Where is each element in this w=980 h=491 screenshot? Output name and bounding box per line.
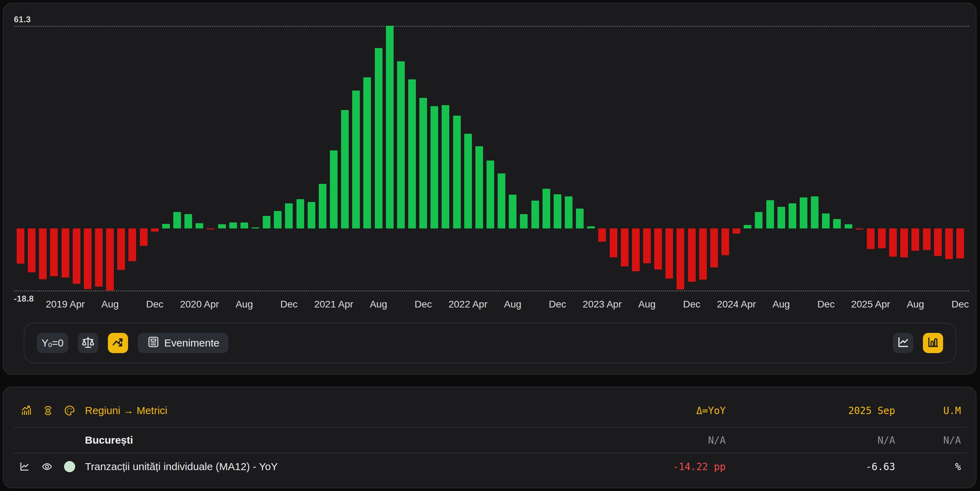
- bar-2023-09[interactable]: [654, 228, 662, 270]
- bar-2025-07[interactable]: [900, 228, 908, 257]
- bar-2020-10[interactable]: [263, 216, 270, 228]
- bar-2021-04[interactable]: [330, 150, 337, 228]
- bar-2023-02[interactable]: [576, 209, 584, 228]
- bar-2020-12[interactable]: [285, 203, 293, 228]
- bar-2023-07[interactable]: [632, 228, 640, 271]
- bar-2022-04[interactable]: [464, 134, 472, 228]
- bar-2025-01[interactable]: [833, 219, 841, 228]
- bar-2020-09[interactable]: [251, 227, 259, 228]
- bar-2024-12[interactable]: [822, 214, 830, 228]
- y-zero-baseline-button[interactable]: Y0=0: [37, 333, 68, 353]
- bar-2021-12[interactable]: [419, 98, 427, 228]
- bar-2024-04[interactable]: [733, 228, 740, 234]
- bar-2020-11[interactable]: [274, 211, 282, 228]
- bar-2021-08[interactable]: [375, 48, 382, 228]
- bar-2020-01[interactable]: [162, 224, 170, 228]
- bar-2021-06[interactable]: [352, 91, 360, 228]
- bar-2022-03[interactable]: [453, 116, 461, 228]
- bar-2019-02[interactable]: [39, 228, 47, 279]
- bar-2024-11[interactable]: [811, 196, 819, 228]
- line-chart-mode-button[interactable]: [893, 333, 913, 353]
- bar-2023-06[interactable]: [621, 228, 628, 266]
- bar-2019-03[interactable]: [50, 228, 58, 276]
- bar-2025-06[interactable]: [889, 228, 897, 257]
- bar-2019-06[interactable]: [84, 228, 92, 289]
- series-line-chart-icon[interactable]: [18, 453, 30, 480]
- column-header-period[interactable]: 2025 Sep: [848, 394, 895, 427]
- bar-2023-03[interactable]: [587, 226, 595, 228]
- bar-2019-07[interactable]: [95, 228, 103, 287]
- bar-2024-09[interactable]: [789, 203, 796, 228]
- bar-2022-10[interactable]: [531, 201, 539, 228]
- table-row-metric[interactable]: Tranzacții unități individuale (MA12) - …: [3, 453, 976, 480]
- bar-2019-04[interactable]: [62, 228, 69, 277]
- bar-2022-11[interactable]: [542, 189, 550, 228]
- palette-icon[interactable]: [63, 394, 76, 427]
- bar-2019-05[interactable]: [73, 228, 80, 284]
- series-color-swatch[interactable]: [63, 453, 76, 480]
- bar-2021-10[interactable]: [397, 61, 405, 228]
- bar-2024-01[interactable]: [699, 228, 707, 280]
- bar-2023-05[interactable]: [610, 228, 617, 257]
- bar-2022-01[interactable]: [431, 106, 438, 228]
- bar-2024-07[interactable]: [766, 200, 774, 228]
- bar-2020-02[interactable]: [173, 212, 181, 228]
- bar-2023-04[interactable]: [598, 228, 606, 242]
- bar-2021-11[interactable]: [408, 80, 416, 228]
- bar-2024-10[interactable]: [800, 198, 807, 228]
- breadcrumb-regions-metrics[interactable]: Regiuni → Metrici: [85, 394, 167, 427]
- stats-chart-icon[interactable]: [20, 394, 33, 427]
- bar-2020-03[interactable]: [185, 214, 192, 228]
- bar-2021-09[interactable]: [386, 26, 394, 228]
- bar-2022-02[interactable]: [442, 105, 449, 228]
- bar-2023-01[interactable]: [565, 196, 573, 228]
- compare-scale-button[interactable]: [78, 333, 98, 353]
- bar-2025-08[interactable]: [912, 228, 919, 251]
- bar-2021-02[interactable]: [308, 202, 315, 228]
- bar-2024-06[interactable]: [755, 212, 762, 228]
- visibility-eye-icon[interactable]: [41, 453, 53, 480]
- bar-2019-12[interactable]: [151, 228, 159, 231]
- bar-2024-02[interactable]: [710, 228, 718, 268]
- bar-2021-01[interactable]: [296, 199, 304, 228]
- bar-2021-03[interactable]: [319, 184, 326, 228]
- bar-2019-09[interactable]: [117, 228, 125, 270]
- bar-2022-06[interactable]: [487, 161, 494, 228]
- bar-2023-11[interactable]: [676, 228, 684, 290]
- bar-2025-10[interactable]: [934, 228, 942, 256]
- bar-2025-12[interactable]: [956, 228, 964, 258]
- bar-2020-07[interactable]: [229, 223, 237, 228]
- bar-2023-12[interactable]: [688, 228, 696, 282]
- bar-2023-08[interactable]: [643, 228, 651, 264]
- bar-2020-05[interactable]: [207, 228, 215, 230]
- bar-2020-04[interactable]: [196, 223, 203, 228]
- watch-eye-icon[interactable]: [42, 394, 54, 427]
- bar-2024-03[interactable]: [721, 228, 729, 256]
- bar-2019-01[interactable]: [28, 228, 35, 272]
- events-button[interactable]: Evenimente: [138, 333, 228, 353]
- bar-2025-09[interactable]: [923, 228, 931, 250]
- bar-2023-10[interactable]: [665, 228, 673, 279]
- bar-2022-05[interactable]: [476, 146, 483, 228]
- bar-2022-07[interactable]: [498, 174, 505, 228]
- bar-2025-05[interactable]: [878, 228, 886, 249]
- column-header-unit[interactable]: U.M: [943, 394, 961, 427]
- bar-2022-08[interactable]: [509, 194, 517, 228]
- bar-2019-11[interactable]: [140, 228, 148, 246]
- bar-2025-02[interactable]: [845, 224, 852, 228]
- bar-2025-11[interactable]: [945, 228, 953, 259]
- bar-2018-12[interactable]: [17, 228, 24, 264]
- bar-2021-05[interactable]: [341, 110, 349, 228]
- bar-2021-07[interactable]: [363, 77, 371, 228]
- column-header-delta-yoy[interactable]: Δ=YoY: [696, 394, 725, 427]
- bar-2019-08[interactable]: [106, 228, 114, 290]
- table-row-region-group[interactable]: București N/A N/A N/A: [3, 427, 976, 453]
- bar-2020-06[interactable]: [218, 224, 226, 228]
- bar-2025-04[interactable]: [867, 228, 875, 249]
- bar-chart-mode-button[interactable]: [923, 333, 943, 353]
- bar-2024-08[interactable]: [778, 207, 785, 228]
- bar-2022-09[interactable]: [520, 214, 528, 228]
- bar-2022-12[interactable]: [554, 194, 562, 228]
- bar-2025-03[interactable]: [856, 228, 864, 230]
- bar-2019-10[interactable]: [129, 228, 136, 261]
